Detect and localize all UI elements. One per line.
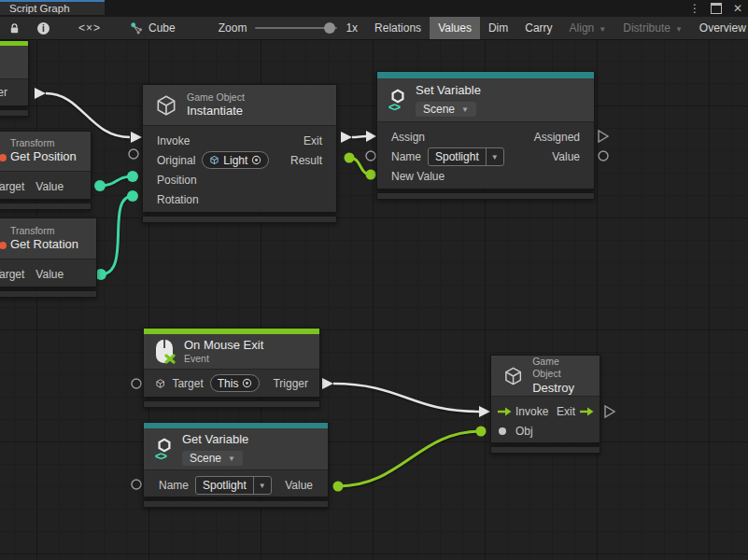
node-partial-event[interactable]: Trigger (0, 40, 29, 117)
tab-script-graph[interactable]: Script Graph (0, 0, 105, 15)
relations-button[interactable]: Relations (366, 17, 430, 39)
port-label-value: Value (35, 180, 64, 193)
wire-exit-to-assign[interactable] (352, 136, 366, 137)
node-get-rotation[interactable]: Transform Get Rotation Target Value (0, 217, 97, 298)
port-setvariable-newvalue-in[interactable] (366, 170, 376, 180)
node-get-variable[interactable]: <> Get Variable Scene ▼ Name Spot (143, 422, 329, 508)
original-object-field[interactable]: Light (202, 151, 269, 169)
node-footer (0, 290, 97, 298)
wire-trigger-to-destroy[interactable] (333, 384, 479, 412)
port-label-obj: Obj (515, 425, 533, 438)
graph-toolbar: i <×> Cube Zoom 1x Relations Values (0, 17, 748, 40)
node-on-mouse-exit[interactable]: On Mouse Exit Event Target This (143, 328, 320, 408)
port-destroy-exit-out[interactable] (605, 406, 614, 417)
port-label-name: Name (391, 150, 421, 163)
object-field-value: This (218, 377, 239, 390)
lock-icon (8, 22, 21, 35)
port-label-assigned: Assigned (534, 131, 580, 144)
variable-scope-dropdown[interactable]: Scene ▼ (416, 102, 476, 117)
node-title: Destroy (532, 381, 574, 396)
port-partial-trigger-out[interactable] (35, 88, 46, 99)
expand-embed-button[interactable]: <×> (58, 17, 121, 39)
node-title: Get Rotation (10, 237, 78, 252)
port-label-trigger: Trigger (0, 86, 7, 99)
wire-value-to-obj[interactable] (338, 431, 481, 486)
port-instantiate-position-in[interactable] (127, 171, 138, 182)
node-category: Game Object (532, 356, 588, 380)
port-onmouseexit-target-in[interactable] (132, 379, 141, 388)
port-label-rotation: Rotation (157, 193, 199, 206)
node-category: Transform (10, 137, 54, 149)
transform-icon (0, 242, 7, 249)
breadcrumb-label: Cube (148, 21, 176, 35)
align-button[interactable]: Align▼ (561, 17, 615, 39)
port-setvariable-name-in[interactable] (366, 151, 375, 161)
port-getvariable-name-in[interactable] (132, 480, 141, 489)
port-label-exit: Exit (557, 405, 575, 418)
port-instantiate-result-out[interactable] (345, 153, 355, 163)
variable-name-select[interactable]: Spotlight ▼ (428, 147, 504, 166)
node-destroy[interactable]: Game Object Destroy Invoke Exit (490, 355, 600, 454)
zoom-slider[interactable] (255, 27, 337, 29)
chevron-down-icon: ▼ (461, 106, 469, 114)
values-button[interactable]: Values (430, 17, 480, 39)
port-onmouseexit-trigger-out[interactable] (322, 378, 333, 389)
port-label-name: Name (159, 479, 189, 492)
chevron-down-icon: ▼ (253, 477, 271, 494)
flow-arrow-icon[interactable] (497, 407, 512, 416)
node-set-variable[interactable]: <> Set Variable Scene ▼ Assign Assi (376, 71, 595, 200)
distribute-button[interactable]: Distribute▼ (614, 17, 691, 39)
port-getvariable-value-out[interactable] (333, 482, 344, 492)
port-label-value: Value (552, 150, 580, 163)
node-instantiate[interactable]: Game Object Instantiate Invoke Exit Orig… (142, 84, 337, 223)
tab-title: Script Graph (9, 3, 70, 14)
variable-scope-dropdown[interactable]: Scene ▼ (182, 451, 243, 466)
object-picker-icon[interactable] (251, 155, 261, 165)
object-picker-icon[interactable] (242, 378, 252, 388)
embed-graph-icon: <×> (78, 21, 101, 35)
port-label-invoke: Invoke (157, 134, 190, 147)
port-label-target: Target (0, 180, 24, 193)
port-setvariable-assign-in[interactable] (366, 131, 376, 142)
close-icon[interactable]: ✕ (731, 0, 744, 17)
variable-name-select[interactable]: Spotlight ▼ (195, 476, 272, 495)
port-instantiate-original-in[interactable] (129, 149, 138, 159)
zoom-control: Zoom 1x (210, 17, 366, 39)
mouse-exit-icon (155, 339, 176, 364)
port-label-value: Value (35, 268, 64, 281)
game-object-mini-icon (209, 155, 219, 165)
port-setvariable-value-out[interactable] (599, 151, 608, 161)
maximize-icon[interactable] (711, 3, 722, 14)
menu-icon[interactable]: ⋮ (688, 0, 701, 17)
port-destroy-invoke-in[interactable] (479, 406, 490, 417)
port-label-trigger: Trigger (273, 377, 308, 390)
port-setvariable-assigned-out[interactable] (599, 131, 608, 142)
zoom-slider-handle[interactable] (324, 22, 335, 34)
overview-button[interactable]: Overview (691, 17, 748, 39)
flow-arrow-icon[interactable] (579, 407, 594, 416)
port-instantiate-exit-out[interactable] (341, 132, 352, 143)
node-header (0, 46, 28, 79)
port-instantiate-rotation-in[interactable] (127, 190, 138, 202)
variable-color-bar (377, 72, 594, 78)
chevron-down-icon: ▼ (486, 148, 503, 165)
port-label-new-value: New Value (391, 170, 445, 183)
obj-port-dot[interactable] (499, 427, 506, 435)
lock-button[interactable] (0, 17, 29, 39)
node-title: Get Variable (182, 432, 248, 447)
node-get-position[interactable]: Transform Get Position Target Value (0, 131, 92, 210)
target-object-field[interactable]: This (210, 374, 261, 392)
port-destroy-obj-in[interactable] (476, 427, 487, 437)
wire-getrotation-to-rotation[interactable] (101, 196, 133, 274)
info-button[interactable]: i (29, 17, 58, 39)
dim-button[interactable]: Dim (480, 17, 516, 39)
port-label-original: Original (157, 154, 195, 167)
graph-canvas[interactable]: Trigger Transform Get Position Targe (0, 40, 748, 560)
carry-button[interactable]: Carry (516, 17, 560, 39)
unity-visual-scripting-window: Script Graph ⋮ ✕ i <×> Cube (0, 0, 748, 560)
breadcrumb[interactable]: Cube (121, 17, 184, 39)
transform-icon (0, 154, 7, 161)
port-getposition-value-out[interactable] (94, 180, 106, 191)
port-instantiate-invoke-in[interactable] (131, 132, 142, 143)
object-field-value: Light (223, 154, 247, 167)
